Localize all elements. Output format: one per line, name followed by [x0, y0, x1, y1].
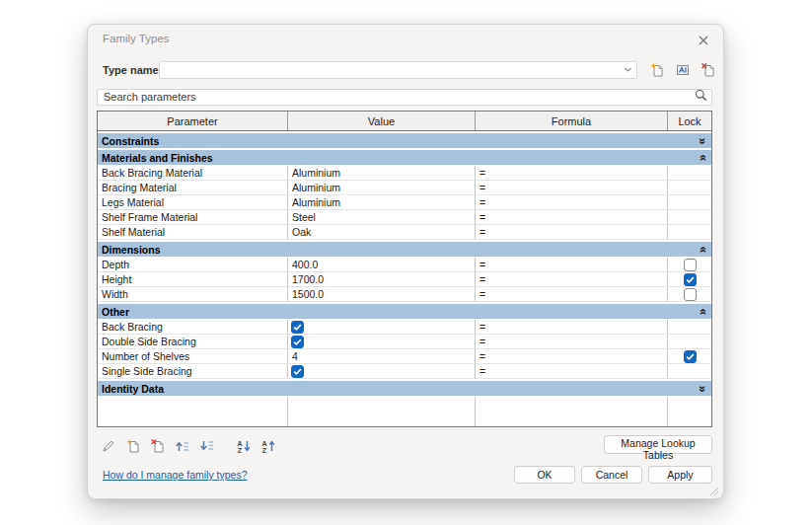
type-name-combobox[interactable] — [159, 61, 637, 79]
column-header-formula[interactable]: Formula — [476, 112, 668, 130]
edit-parameter-icon[interactable] — [101, 438, 116, 454]
close-icon[interactable] — [696, 33, 711, 48]
section-header-constraints[interactable]: Constraints» — [98, 133, 711, 148]
collapse-section-icon[interactable]: » — [699, 308, 708, 315]
table-row: Shelf MaterialOak= — [98, 225, 711, 240]
parameter-value-cell[interactable]: Aluminium — [288, 166, 476, 180]
parameter-value-cell[interactable] — [288, 335, 476, 348]
dialog-footer: How do I manage family types? OK Cancel … — [88, 466, 723, 484]
parameter-value-cell[interactable]: Oak — [288, 225, 476, 239]
new-parameter-icon[interactable] — [125, 438, 141, 454]
cancel-button[interactable]: Cancel — [581, 466, 642, 484]
parameter-name-cell: Back Bracing — [98, 320, 288, 334]
formula-cell[interactable]: = — [476, 364, 668, 378]
formula-cell[interactable]: = — [476, 181, 668, 194]
section-title: Constraints — [102, 135, 159, 147]
value-checkbox[interactable] — [291, 365, 304, 378]
table-row: Depth400.0= — [98, 258, 711, 272]
lock-cell[interactable] — [668, 349, 711, 363]
parameter-value-cell[interactable]: 1700.0 — [288, 272, 476, 286]
value-checkbox[interactable] — [291, 336, 304, 348]
parameter-name-cell: Back Bracing Material — [98, 166, 288, 180]
parameter-value-cell[interactable]: 1500.0 — [288, 287, 476, 301]
table-row: Width1500.0= — [98, 287, 711, 302]
resize-grip[interactable] — [707, 483, 719, 494]
formula-cell[interactable]: = — [476, 225, 668, 239]
apply-button[interactable]: Apply — [648, 466, 712, 484]
sort-ascending-icon[interactable]: AZ — [236, 438, 252, 454]
lock-checkbox[interactable] — [684, 259, 697, 271]
formula-cell[interactable]: = — [476, 195, 668, 209]
table-header: ParameterValueFormulaLock — [98, 112, 711, 131]
parameter-value-cell[interactable] — [288, 364, 476, 378]
formula-cell[interactable]: = — [476, 320, 668, 334]
parameter-name-cell: Shelf Material — [98, 225, 288, 239]
lock-cell[interactable] — [668, 258, 711, 271]
section-header-materials-and-finishes[interactable]: Materials and Finishes» — [98, 150, 711, 165]
section-title: Identity Data — [102, 383, 164, 395]
formula-cell[interactable]: = — [476, 210, 668, 224]
parameter-value-cell[interactable]: Steel — [288, 210, 476, 224]
ok-button[interactable]: OK — [514, 466, 575, 484]
formula-cell[interactable]: = — [476, 272, 668, 286]
manage-lookup-tables-button[interactable]: Manage Lookup Tables — [604, 435, 712, 454]
section-title: Other — [102, 306, 129, 318]
sort-descending-icon[interactable]: AZ — [260, 438, 276, 454]
lock-cell[interactable] — [668, 287, 711, 301]
parameter-name-cell: Number of Shelves — [98, 349, 288, 363]
formula-cell[interactable]: = — [476, 349, 668, 363]
search-input[interactable] — [97, 89, 712, 106]
parameter-value-cell[interactable]: Aluminium — [288, 181, 476, 194]
page-background: Family Types Type name: ParameterValueFo… — [0, 0, 812, 525]
column-header-lock[interactable]: Lock — [668, 112, 711, 130]
lock-checkbox[interactable] — [684, 350, 697, 363]
expand-section-icon[interactable]: » — [699, 385, 708, 392]
section-header-identity-data[interactable]: Identity Data» — [98, 381, 711, 396]
svg-text:Z: Z — [262, 447, 267, 454]
section-header-other[interactable]: Other» — [98, 304, 711, 319]
parameter-value-cell[interactable]: 4 — [288, 349, 476, 363]
lock-cell — [668, 320, 711, 334]
lock-checkbox[interactable] — [684, 273, 697, 286]
value-checkbox[interactable] — [291, 321, 304, 334]
collapse-section-icon[interactable]: » — [699, 154, 708, 161]
column-header-value[interactable]: Value — [288, 112, 476, 130]
table-row: Single Side Bracing= — [98, 364, 711, 379]
table-row: Back Bracing= — [98, 320, 711, 335]
section-header-dimensions[interactable]: Dimensions» — [98, 242, 711, 257]
help-link[interactable]: How do I manage family types? — [103, 469, 248, 481]
parameter-value-cell[interactable] — [288, 320, 476, 334]
lock-cell[interactable] — [668, 272, 711, 286]
lock-cell — [668, 210, 711, 224]
move-parameter-down-icon[interactable] — [199, 438, 215, 454]
table-row: Legs MaterialAluminium= — [98, 195, 711, 210]
lock-cell — [668, 364, 711, 378]
formula-cell[interactable]: = — [476, 287, 668, 301]
section-title: Dimensions — [102, 244, 161, 256]
new-type-icon[interactable] — [649, 62, 665, 78]
lock-checkbox[interactable] — [684, 288, 697, 301]
chevron-down-icon[interactable] — [623, 64, 633, 77]
formula-cell[interactable]: = — [476, 258, 668, 271]
empty-cell — [668, 397, 711, 426]
rename-type-icon[interactable] — [675, 62, 691, 78]
table-row: Bracing MaterialAluminium= — [98, 181, 711, 195]
parameter-value-cell[interactable]: Aluminium — [288, 195, 476, 209]
lock-cell — [668, 181, 711, 194]
collapse-section-icon[interactable]: » — [699, 246, 708, 253]
parameter-name-cell: Depth — [98, 258, 288, 271]
search-icon[interactable] — [694, 88, 708, 103]
formula-cell[interactable]: = — [476, 166, 668, 180]
parameter-value-cell[interactable]: 400.0 — [288, 258, 476, 271]
table-body: Constraints»Materials and Finishes»Back … — [98, 133, 711, 427]
dialog-buttons: OK Cancel Apply — [514, 466, 712, 484]
delete-parameter-icon[interactable] — [150, 438, 166, 454]
delete-type-icon[interactable] — [701, 62, 716, 78]
table-row: Shelf Frame MaterialSteel= — [98, 210, 711, 225]
move-parameter-up-icon[interactable] — [175, 438, 190, 454]
column-header-parameter[interactable]: Parameter — [98, 112, 288, 130]
expand-section-icon[interactable]: » — [699, 137, 708, 144]
svg-text:A: A — [237, 440, 242, 447]
parameter-name-cell: Single Side Bracing — [98, 364, 288, 378]
formula-cell[interactable]: = — [476, 335, 668, 348]
